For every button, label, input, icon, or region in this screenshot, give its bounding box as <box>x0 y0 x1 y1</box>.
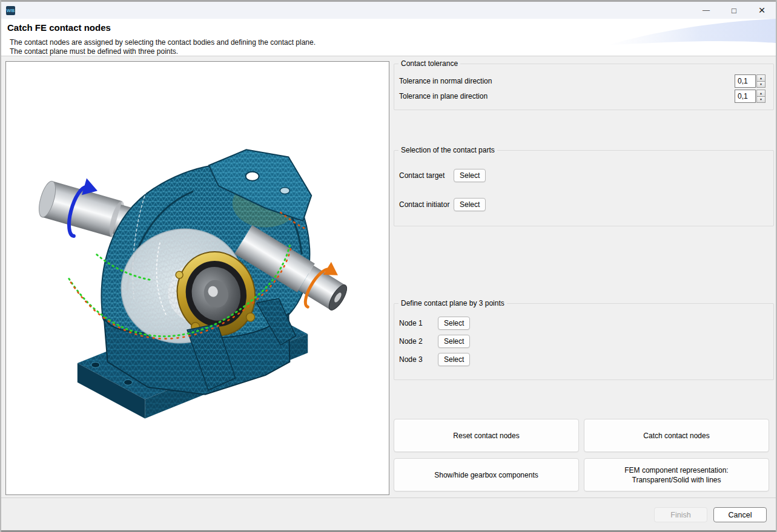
tolerance-plane-label: Tolerance in plane direction <box>399 92 488 100</box>
spin-up-icon[interactable]: ▲ <box>756 90 765 97</box>
catch-contact-nodes-label: Catch contact nodes <box>643 431 709 441</box>
show-hide-gearbox-label: Show/hide gearbox components <box>434 470 538 480</box>
app-icon: WB <box>6 6 15 15</box>
contact-plane-group: Define contact plane by 3 points Node 1 … <box>394 303 774 380</box>
node3-select-button[interactable]: Select <box>438 353 470 366</box>
finish-button[interactable]: Finish <box>654 507 707 522</box>
reset-contact-nodes-button[interactable]: Reset contact nodes <box>394 419 579 452</box>
description-line-2: The contact plane must be defined with t… <box>10 47 316 56</box>
tolerance-normal-label: Tolerance in normal direction <box>399 77 492 85</box>
tolerance-normal-input[interactable] <box>735 74 756 88</box>
contact-target-row: Contact target Select <box>394 169 773 182</box>
fem-representation-label-line2: Transparent/Solid with lines <box>632 475 721 485</box>
close-icon[interactable]: × <box>748 2 776 19</box>
maximize-icon[interactable]: □ <box>720 2 748 19</box>
window-top-edge <box>1 0 776 2</box>
header-swoosh-decoration <box>570 19 776 47</box>
node2-select-button[interactable]: Select <box>438 335 470 348</box>
contact-target-select-button[interactable]: Select <box>454 169 486 182</box>
contact-target-label: Contact target <box>399 171 445 180</box>
contact-initiator-row: Contact initiator Select <box>394 198 773 211</box>
titlebar[interactable]: WB — □ × <box>1 2 776 19</box>
spin-down-icon[interactable]: ▼ <box>756 82 765 88</box>
node3-row: Node 3 Select <box>394 353 773 366</box>
tolerance-normal-row: Tolerance in normal direction ▲ ▼ <box>394 74 773 88</box>
contact-initiator-label: Contact initiator <box>399 200 449 209</box>
contact-plane-legend: Define contact plane by 3 points <box>398 299 507 307</box>
tolerance-normal-spinner: ▲ ▼ <box>735 74 765 88</box>
3d-viewport[interactable] <box>5 61 389 495</box>
action-button-grid: Reset contact nodes Catch contact nodes … <box>394 419 769 491</box>
page-title: Catch FE contact nodes <box>7 22 111 33</box>
reset-contact-nodes-label: Reset contact nodes <box>453 431 519 441</box>
show-hide-gearbox-button[interactable]: Show/hide gearbox components <box>394 458 579 491</box>
gearbox-3d-view[interactable] <box>6 62 389 494</box>
dialog-window: WB — □ × Catch FE contact nodes The cont… <box>0 0 777 532</box>
dialog-footer: Finish Cancel <box>1 498 776 530</box>
node2-row: Node 2 Select <box>394 335 773 348</box>
node1-row: Node 1 Select <box>394 317 773 330</box>
fem-representation-button[interactable]: FEM component representation: Transparen… <box>584 458 769 491</box>
description-line-1: The contact nodes are assigned by select… <box>10 38 316 47</box>
node1-label: Node 1 <box>399 319 423 327</box>
node3-label: Node 3 <box>399 355 423 364</box>
minimize-icon[interactable]: — <box>692 2 720 19</box>
catch-contact-nodes-button[interactable]: Catch contact nodes <box>584 419 769 452</box>
contact-tolerance-legend: Contact tolerance <box>398 59 460 68</box>
cancel-button[interactable]: Cancel <box>713 507 767 522</box>
page-description: The contact nodes are assigned by select… <box>10 38 316 56</box>
tolerance-plane-spinner: ▲ ▼ <box>735 90 765 103</box>
window-controls: — □ × <box>692 2 776 19</box>
contact-tolerance-group: Contact tolerance Tolerance in normal di… <box>394 64 774 110</box>
contact-parts-group: Selection of the contact parts Contact t… <box>394 150 774 226</box>
tolerance-plane-input[interactable] <box>735 90 756 103</box>
dialog-header: Catch FE contact nodes The contact nodes… <box>1 19 776 56</box>
node1-select-button[interactable]: Select <box>438 317 470 330</box>
contact-initiator-select-button[interactable]: Select <box>454 198 486 211</box>
contact-parts-legend: Selection of the contact parts <box>398 146 497 154</box>
fem-representation-label-line1: FEM component representation: <box>624 465 728 475</box>
spin-up-icon[interactable]: ▲ <box>756 74 765 82</box>
tolerance-plane-row: Tolerance in plane direction ▲ ▼ <box>394 90 773 103</box>
spin-down-icon[interactable]: ▼ <box>756 97 765 103</box>
node2-label: Node 2 <box>399 337 423 346</box>
